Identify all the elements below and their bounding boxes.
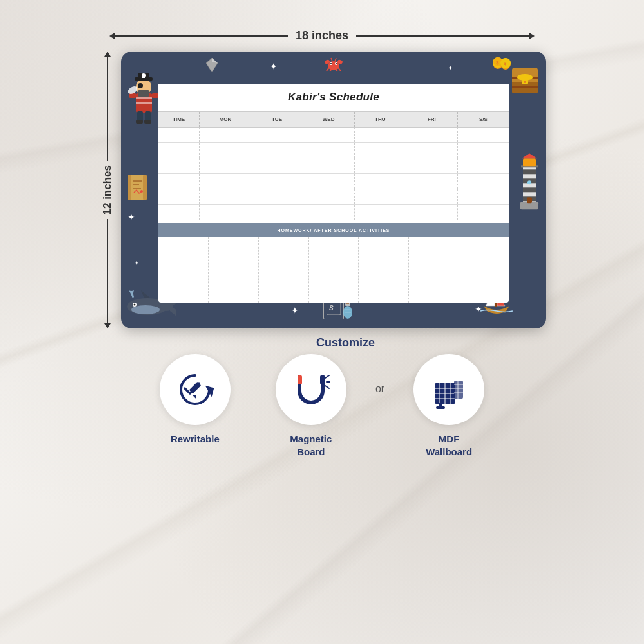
row-cell (158, 205, 200, 220)
svg-rect-98 (454, 381, 463, 399)
table-row (158, 143, 509, 158)
svg-rect-16 (144, 120, 151, 124)
row-cell (200, 174, 251, 189)
bottle-icon (342, 301, 354, 322)
treasure-chest-icon (509, 61, 541, 97)
svg-rect-61 (523, 169, 536, 174)
svg-marker-68 (522, 153, 537, 158)
homework-label: HOMEWORK/ AFTER SCHOOL ACTIVITIES (277, 228, 390, 232)
svg-rect-67 (523, 158, 536, 166)
row-cell (406, 189, 458, 204)
homework-col (209, 237, 259, 303)
row-cell (158, 128, 200, 142)
svg-rect-15 (136, 120, 143, 124)
sparkle-icon-4: ✦ (270, 61, 278, 71)
row-cell (406, 205, 458, 220)
row-cell (251, 205, 303, 220)
header-tue: TUE (251, 112, 303, 127)
svg-point-20 (328, 61, 339, 70)
schedule-header: TIME MON TUE WED THU FRI S/S (158, 112, 509, 128)
svg-rect-1 (136, 97, 152, 99)
arrow-bottom (104, 323, 111, 328)
rewrite-icon (176, 370, 214, 409)
svg-point-70 (527, 180, 531, 184)
magnetic-circle (276, 354, 346, 425)
row-cell (406, 128, 458, 142)
svg-text:S: S (329, 305, 334, 312)
row-cell (200, 189, 251, 204)
homework-col (359, 237, 409, 303)
svg-rect-7 (142, 77, 145, 78)
homework-section: HOMEWORK/ AFTER SCHOOL ACTIVITIES (158, 223, 509, 303)
svg-text:$: $ (504, 61, 507, 66)
row-cell (200, 205, 251, 220)
dimension-horizontal-arrow: 18 inches (109, 29, 535, 43)
board-inner: Kabir's Schedule TIME MON TUE WED THU FR… (158, 84, 509, 303)
svg-rect-84 (298, 375, 302, 384)
svg-point-47 (517, 74, 533, 80)
row-cell (355, 143, 406, 158)
homework-col (259, 237, 309, 303)
sparkle-icon-3: ✦ (291, 305, 299, 316)
svg-rect-2 (136, 102, 152, 104)
row-cell (458, 143, 509, 158)
table-row (158, 205, 509, 220)
schedule-board: ✦ ✦ ✦ ✦ ✦ ✦ ✦ (121, 52, 546, 328)
row-cell (303, 174, 355, 189)
schedule-rows (158, 128, 509, 223)
row-cell (251, 128, 303, 142)
arrow-top (104, 52, 111, 57)
homework-header: HOMEWORK/ AFTER SCHOOL ACTIVITIES (158, 223, 509, 237)
dimension-horizontal-section: 18 inches (109, 19, 535, 52)
row-cell (355, 174, 406, 189)
row-cell (251, 174, 303, 189)
svg-rect-97 (436, 406, 445, 409)
row-cell (458, 174, 509, 189)
feature-mdf: MDF Wallboard (391, 354, 507, 458)
svg-marker-83 (193, 393, 198, 399)
svg-line-86 (325, 375, 329, 378)
magnet-icon (292, 370, 330, 409)
row-cell (200, 128, 251, 142)
row-cell (158, 189, 200, 204)
customize-label: Customize (316, 336, 375, 350)
row-cell (355, 128, 406, 142)
homework-body (158, 237, 509, 303)
features-section: Customize Rewritable (77, 354, 567, 458)
arrow-line-right (356, 35, 529, 37)
svg-line-88 (325, 386, 329, 388)
table-row (158, 174, 509, 189)
dimension-horizontal-label: 18 inches (288, 29, 356, 43)
table-row (158, 189, 509, 205)
svg-point-22 (330, 63, 332, 64)
header-fri: FRI (406, 112, 458, 127)
map-scroll-icon (125, 172, 149, 208)
svg-text:$: $ (496, 60, 499, 66)
arrow-line-v2 (107, 219, 108, 323)
row-cell (303, 158, 355, 173)
rewritable-label: Rewritable (171, 433, 220, 446)
row-cell (406, 174, 458, 189)
row-cell (303, 128, 355, 142)
header-ss: S/S (458, 112, 509, 127)
svg-rect-63 (523, 187, 536, 192)
svg-line-29 (336, 69, 337, 71)
svg-line-32 (335, 58, 336, 61)
row-cell (355, 205, 406, 220)
header-wed: WED (303, 112, 355, 127)
gem-icon (206, 58, 218, 75)
row-cell (355, 158, 406, 173)
row-cell (158, 174, 200, 189)
sparkle-icon-2: ✦ (134, 260, 139, 267)
coins-icon: $ $ (493, 57, 511, 73)
homework-col (459, 237, 509, 303)
row-cell (458, 205, 509, 220)
homework-col (309, 237, 359, 303)
dimension-vertical-label: 12 inches (101, 161, 114, 219)
board-title-row: Kabir's Schedule (158, 84, 509, 112)
row-cell (200, 143, 251, 158)
svg-rect-69 (527, 197, 532, 203)
sparkle-icon-5: ✦ (448, 64, 453, 71)
rewritable-circle (160, 354, 231, 425)
header-time: TIME (158, 112, 200, 127)
